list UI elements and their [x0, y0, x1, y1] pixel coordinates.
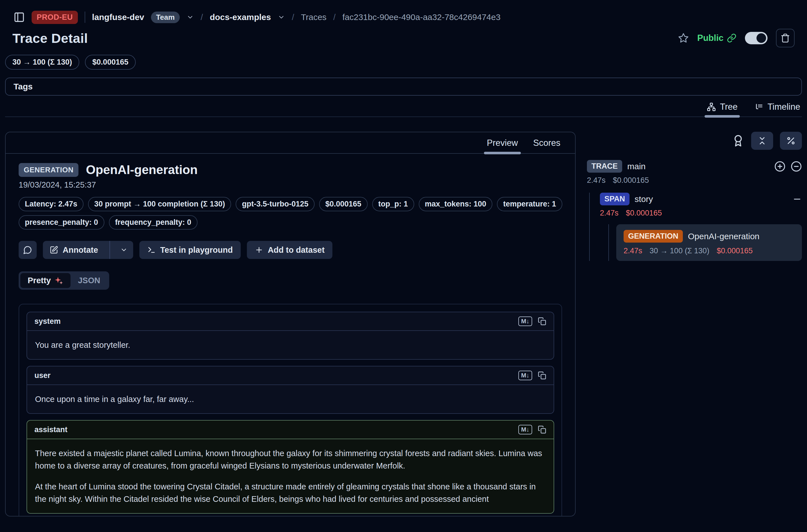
message-content: Once upon a time in a galaxy far, far aw… [27, 385, 553, 413]
annotate-dropdown[interactable] [115, 246, 133, 253]
assistant-paragraph: There existed a majestic planet called L… [35, 447, 546, 472]
cost-badge: $0.000165 [85, 55, 136, 70]
badge-row: Latency: 2.47s 30 prompt → 100 completio… [19, 197, 562, 211]
timeline-icon [754, 102, 764, 111]
chevron-down-icon [120, 246, 128, 253]
message-header: assistant M↓ [27, 421, 553, 439]
tab-preview[interactable]: Preview [487, 138, 518, 153]
badge-row: presence_penalty: 0 frequency_penalty: 0 [19, 215, 562, 230]
chevrons-down-up-icon [757, 136, 767, 146]
breadcrumb: PROD-EU langfuse-dev Team / docs-example… [14, 9, 794, 25]
message-role: user [34, 371, 51, 380]
tab-tree[interactable]: Tree [707, 102, 737, 116]
chevron-down-icon[interactable] [187, 14, 194, 21]
add-to-dataset-label: Add to dataset [268, 245, 324, 255]
add-to-dataset-button[interactable]: Add to dataset [247, 241, 332, 259]
breadcrumb-org[interactable]: langfuse-dev [92, 13, 144, 22]
copy-icon[interactable] [538, 317, 546, 325]
public-label: Public [697, 33, 724, 43]
observation-badges: Latency: 2.47s 30 prompt → 100 completio… [19, 197, 562, 230]
markdown-toggle-icon[interactable]: M↓ [518, 370, 532, 380]
assistant-paragraph: At the heart of Lumina stood the towerin… [35, 480, 546, 505]
observation-name: OpenAI-generation [86, 163, 198, 177]
breadcrumb-trace-id: fac231bc-90ee-490a-aa32-78c4269474e3 [342, 13, 500, 22]
test-in-playground-button[interactable]: Test in playground [139, 241, 241, 259]
minus-circle-icon[interactable] [791, 161, 802, 172]
observation-type-badge: GENERATION [19, 163, 78, 177]
tab-preview-label: Preview [487, 138, 518, 148]
cost-badge: $0.000165 [319, 197, 368, 211]
markdown-toggle-icon[interactable]: M↓ [518, 317, 532, 326]
collapse-node-icon[interactable] [792, 194, 802, 204]
message-role: assistant [34, 425, 68, 434]
panel-tabs: Preview Scores [6, 132, 575, 154]
comment-button[interactable] [19, 241, 37, 259]
link-icon[interactable] [727, 33, 736, 43]
public-link[interactable]: Public [697, 33, 736, 43]
public-toggle[interactable] [745, 32, 768, 44]
model-badge: gpt-3.5-turbo-0125 [236, 197, 315, 211]
breadcrumb-project[interactable]: docs-examples [210, 13, 271, 22]
sidebar-toggle-icon[interactable] [14, 12, 25, 23]
message-assistant: assistant M↓ There existed a majestic pl… [26, 420, 554, 514]
toggle-knob [756, 33, 766, 43]
generation-row[interactable]: GENERATION OpenAI-generation [624, 230, 794, 243]
tab-timeline[interactable]: Timeline [754, 102, 800, 116]
span-cost: $0.000165 [626, 209, 662, 217]
format-tab-json[interactable]: JSON [71, 273, 108, 288]
pencil-square-icon [50, 246, 58, 254]
span-type-badge: SPAN [600, 193, 630, 205]
delete-trace-button[interactable] [776, 29, 794, 48]
copy-icon[interactable] [538, 425, 546, 434]
generation-latency: 2.47s [624, 247, 642, 255]
tab-scores[interactable]: Scores [533, 138, 560, 153]
message-content: There existed a majestic planet called L… [27, 439, 553, 513]
collapse-all-button[interactable] [751, 132, 773, 150]
title-row: Trace Detail Public [13, 29, 794, 48]
annotate-label: Annotate [63, 245, 98, 255]
star-icon[interactable] [678, 33, 689, 43]
observation-actions: Annotate Test in playground Add to datas… [19, 241, 562, 259]
message-header: user M↓ [27, 366, 553, 385]
trash-icon [781, 33, 790, 43]
trace-tree-panel: TRACE main 2.47s $0.000165 SPAN story 2.… [587, 132, 802, 516]
tree-panel-actions [587, 132, 802, 150]
tree-node-trace[interactable]: TRACE main [587, 160, 802, 173]
breadcrumb-traces[interactable]: Traces [301, 13, 327, 22]
pretty-label: Pretty [27, 276, 51, 285]
generation-name: OpenAI-generation [688, 232, 759, 241]
markdown-toggle-icon[interactable]: M↓ [518, 425, 532, 434]
award-icon[interactable] [732, 135, 744, 147]
plus-icon [255, 246, 263, 254]
trace-metrics: 2.47s $0.000165 [587, 176, 802, 185]
tree-node-span[interactable]: SPAN story [600, 193, 802, 205]
plus-circle-icon[interactable] [774, 161, 786, 172]
metrics-toggle-button[interactable] [780, 132, 802, 150]
view-tabs: Tree Timeline [5, 102, 802, 117]
frequency-penalty-badge: frequency_penalty: 0 [109, 215, 198, 230]
tags-box[interactable]: Tags [5, 78, 802, 96]
breadcrumb-separator: / [201, 13, 203, 22]
divider [110, 241, 110, 259]
annotate-button[interactable]: Annotate [43, 241, 133, 259]
json-label: JSON [78, 276, 100, 285]
active-tab-indicator [705, 115, 740, 118]
sparkles-icon [54, 276, 63, 285]
annotate-main[interactable]: Annotate [43, 245, 105, 255]
tree-node-generation-selected[interactable]: GENERATION OpenAI-generation 2.47s 30 → … [616, 224, 802, 261]
tags-label: Tags [14, 82, 33, 91]
format-tab-pretty[interactable]: Pretty [20, 273, 71, 288]
presence-penalty-badge: presence_penalty: 0 [19, 215, 105, 230]
chevron-down-icon[interactable] [278, 14, 285, 21]
copy-icon[interactable] [538, 371, 546, 380]
terminal-icon [147, 246, 156, 254]
breadcrumb-separator: / [292, 13, 294, 22]
message-system: system M↓ You are a great storyteller. [26, 312, 554, 360]
trace-cost: $0.000165 [613, 176, 649, 185]
tab-tree-label: Tree [720, 102, 737, 112]
percent-icon [786, 136, 796, 146]
top-p-badge: top_p: 1 [372, 197, 414, 211]
format-toggle: Pretty JSON [19, 271, 109, 290]
trace-children: SPAN story 2.47s $0.000165 GENERATION Op… [589, 193, 802, 261]
org-type-badge: Team [151, 12, 180, 23]
